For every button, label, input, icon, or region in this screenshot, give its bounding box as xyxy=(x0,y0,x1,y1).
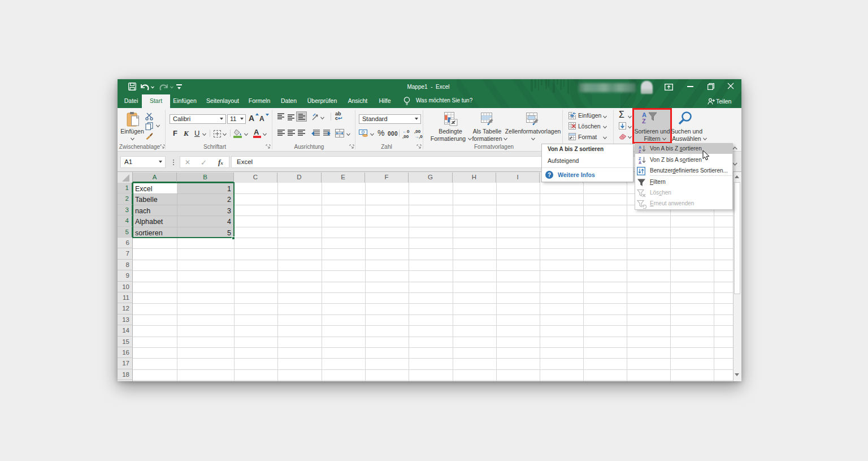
svg-text:A: A xyxy=(639,145,641,149)
svg-text:A: A xyxy=(639,161,641,165)
svg-text:Z: Z xyxy=(639,157,641,161)
svg-text:?: ? xyxy=(548,172,551,178)
svg-text:Z: Z xyxy=(639,149,641,153)
